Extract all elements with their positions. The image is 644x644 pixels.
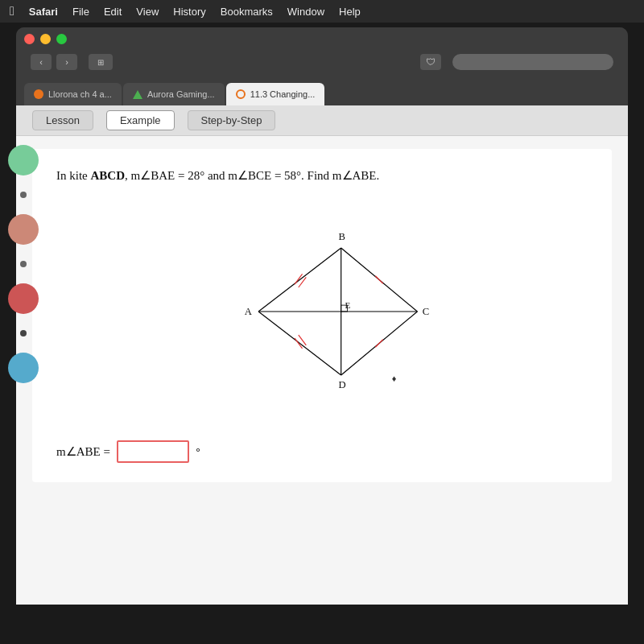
problem-text: In kite ABCD, m∠BAE = 28° and m∠BCE = 58…: [56, 168, 588, 183]
step-by-step-button[interactable]: Step-by-Step: [188, 110, 276, 130]
minimize-button[interactable]: [40, 34, 51, 44]
tab-3-label: 11.3 Changing...: [250, 89, 316, 99]
tab-overview-button[interactable]: ⊞: [89, 54, 113, 70]
label-B: B: [339, 231, 345, 242]
forward-button[interactable]: ›: [56, 54, 77, 70]
answer-label: m∠ABE =: [56, 444, 110, 459]
page-toolbar: Lesson Example Step-by-Step: [16, 105, 628, 136]
degree-symbol: °: [196, 445, 200, 459]
browser-chrome: ‹ › ⊞ 🛡 Llorona ch 4 a... Aurora Gaming.…: [16, 27, 628, 105]
back-button[interactable]: ‹: [31, 54, 52, 70]
browser-window: ‹ › ⊞ 🛡 Llorona ch 4 a... Aurora Gaming.…: [16, 27, 628, 605]
sidebar: [8, 145, 39, 383]
label-D: D: [339, 379, 346, 390]
svg-line-8: [295, 338, 302, 349]
tab-2-favicon: [133, 90, 142, 99]
browser-tabs: Llorona ch 4 a... Aurora Gaming... 11.3 …: [24, 83, 620, 105]
menu-safari[interactable]: Safari: [29, 6, 58, 18]
answer-input[interactable]: [117, 440, 189, 463]
svg-line-3: [258, 312, 341, 375]
apple-menu[interactable]: : [10, 4, 14, 19]
address-bar[interactable]: [452, 54, 613, 70]
traffic-lights: [24, 34, 620, 44]
menu-bookmarks[interactable]: Bookmarks: [221, 6, 273, 18]
tab-2[interactable]: Aurora Gaming...: [123, 83, 225, 105]
example-button[interactable]: Example: [106, 110, 175, 130]
label-A: A: [245, 306, 253, 317]
shield-button[interactable]: 🛡: [420, 54, 441, 70]
diagram-container: A B C D E ♦: [56, 199, 588, 424]
menu-help[interactable]: Help: [339, 6, 361, 18]
answer-area: m∠ABE = °: [56, 440, 588, 463]
menu-edit[interactable]: Edit: [104, 6, 122, 18]
bird-mark: ♦: [392, 374, 397, 383]
tab-2-label: Aurora Gaming...: [147, 89, 215, 99]
avatar-1: [8, 145, 39, 175]
svg-line-7: [299, 277, 306, 287]
menu-history[interactable]: History: [173, 6, 205, 18]
kite-svg: A B C D E ♦: [201, 199, 443, 424]
fullscreen-button[interactable]: [56, 34, 67, 44]
tab-1[interactable]: Llorona ch 4 a...: [24, 83, 122, 105]
avatar-3: [8, 283, 39, 314]
label-C: C: [423, 306, 429, 317]
svg-line-11: [375, 340, 382, 347]
tab-3-favicon: [236, 89, 246, 99]
dot-1: [20, 192, 27, 198]
browser-content: Lesson Example Step-by-Step In kite ABCD…: [16, 105, 628, 605]
svg-line-0: [258, 248, 341, 312]
menu-bar:  Safari File Edit View History Bookmark…: [0, 0, 644, 23]
tab-1-label: Llorona ch 4 a...: [48, 89, 112, 99]
dot-3: [20, 330, 27, 336]
label-E: E: [345, 300, 350, 310]
math-content: In kite ABCD, m∠BAE = 28° and m∠BCE = 58…: [32, 149, 612, 482]
tab-1-favicon: [34, 89, 43, 99]
avatar-4: [8, 353, 39, 383]
avatar-2: [8, 214, 39, 245]
tab-3[interactable]: 11.3 Changing...: [226, 83, 325, 105]
dot-2: [20, 261, 27, 267]
close-button[interactable]: [24, 34, 35, 44]
lesson-button[interactable]: Lesson: [32, 110, 93, 130]
svg-line-10: [375, 276, 382, 283]
nav-row: ‹ › ⊞ 🛡: [24, 51, 620, 76]
menu-window[interactable]: Window: [287, 6, 324, 18]
menu-view[interactable]: View: [136, 6, 159, 18]
menu-file[interactable]: File: [72, 6, 89, 18]
